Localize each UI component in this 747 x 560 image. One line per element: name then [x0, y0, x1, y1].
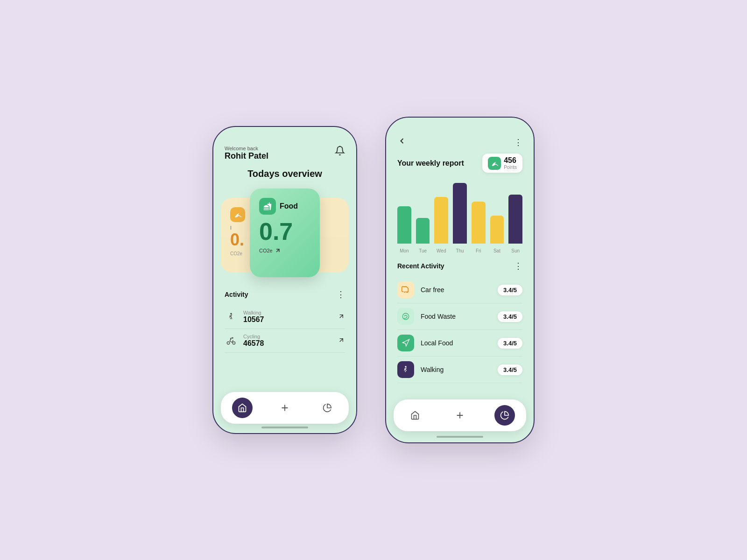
- back-button[interactable]: [397, 136, 407, 148]
- cycling-icon: [225, 334, 238, 347]
- bar-mon-bar: [397, 206, 411, 244]
- points-value: 456: [504, 156, 517, 165]
- activity-local-food[interactable]: Local Food 3.4/5: [397, 330, 522, 357]
- recent-title: Recent Activity: [397, 262, 444, 270]
- walking-arrow-icon: [338, 313, 345, 322]
- activity-food-waste[interactable]: Food Waste 3.4/5: [397, 303, 522, 330]
- points-info: 456 Points: [504, 156, 517, 170]
- bar-sat: [490, 216, 504, 244]
- cycling-info: Cycling 46578: [243, 334, 338, 348]
- overview-title: Todays overview: [213, 168, 356, 179]
- bar-fri: [472, 202, 486, 244]
- p2-add-button[interactable]: [450, 405, 470, 426]
- svg-line-7: [340, 338, 343, 342]
- bell-icon[interactable]: [335, 146, 345, 158]
- p1-home-button[interactable]: [232, 398, 253, 418]
- chart-labels: Mon Tue Wed Thu Fri Sat Sun: [397, 248, 522, 253]
- recent-header: Recent Activity ⋮: [397, 261, 522, 271]
- label-sat: Sat: [490, 248, 504, 253]
- svg-point-10: [402, 313, 409, 320]
- bar-mon: [397, 206, 411, 244]
- p1-add-button[interactable]: [275, 398, 295, 418]
- p2-chart-button[interactable]: [494, 405, 515, 426]
- bar-tue: [416, 218, 430, 244]
- p2-menu-icon[interactable]: ⋮: [514, 137, 522, 147]
- phone-1-content: Welcome back Rohit Patel Todays overview…: [213, 127, 356, 433]
- card-center[interactable]: Food 0.7 CO2e: [250, 189, 320, 277]
- food-waste-icon: [397, 308, 414, 325]
- p2-bottom-nav: [394, 399, 526, 431]
- car-free-name: Car free: [421, 286, 498, 294]
- activity-cycling[interactable]: Cycling 46578: [225, 329, 345, 353]
- points-badge: 456 Points: [482, 154, 522, 173]
- bar-tue-bar: [416, 218, 430, 244]
- activity-title: Activity: [225, 291, 248, 298]
- phone-1: Welcome back Rohit Patel Todays overview…: [212, 126, 357, 434]
- svg-line-1: [276, 249, 279, 252]
- card-center-unit: CO2e: [259, 247, 310, 254]
- activity-car-free[interactable]: Car free 3.4/5: [397, 277, 522, 303]
- local-food-score: 3.4/5: [498, 338, 522, 349]
- recent-menu-icon[interactable]: ⋮: [514, 261, 522, 271]
- points-icon-bg: [488, 157, 501, 170]
- welcome-text: Welcome back: [225, 146, 268, 151]
- local-food-icon: [397, 335, 414, 351]
- home-indicator-2: [437, 436, 483, 438]
- svg-line-3: [340, 315, 343, 318]
- report-title: Your weekly report: [397, 159, 464, 168]
- local-food-name: Local Food: [421, 339, 498, 347]
- p2-topbar: ⋮: [386, 118, 534, 154]
- bar-sun: [508, 195, 522, 244]
- walking-2-icon: [397, 361, 414, 378]
- card-center-label: Food: [280, 202, 298, 210]
- svg-point-5: [233, 342, 235, 344]
- phone-2: ⋮ Your weekly report 456 Points: [385, 117, 535, 443]
- cycling-arrow-icon: [338, 336, 345, 345]
- walking-label: Walking: [243, 310, 338, 315]
- walking-2-score: 3.4/5: [498, 364, 522, 375]
- food-waste-name: Food Waste: [421, 313, 498, 320]
- walking-info: Walking 10567: [243, 310, 338, 324]
- activity-header: Activity ⋮: [225, 289, 345, 300]
- food-icon-bg: [259, 198, 276, 215]
- car-free-score: 3.4/5: [498, 285, 522, 295]
- p1-bottom-nav: [221, 392, 349, 424]
- cycling-value: 46578: [243, 339, 338, 348]
- p1-chart-button[interactable]: [317, 398, 338, 418]
- chart-bars: [397, 180, 522, 245]
- bar-sun-bar: [508, 195, 522, 244]
- bar-fri-bar: [472, 202, 486, 244]
- home-indicator-1: [261, 427, 308, 428]
- cycling-label: Cycling: [243, 334, 338, 339]
- svg-point-6: [232, 337, 233, 338]
- report-header: Your weekly report 456 Points: [386, 154, 534, 173]
- food-waste-score: 3.4/5: [498, 311, 522, 322]
- activity-walking-2[interactable]: Walking 3.4/5: [397, 357, 522, 383]
- svg-point-4: [227, 342, 230, 344]
- car-free-icon: [397, 281, 414, 298]
- bar-wed: [434, 197, 448, 244]
- label-sun: Sun: [508, 248, 522, 253]
- p2-home-button[interactable]: [405, 405, 425, 426]
- activity-walking[interactable]: Walking 10567: [225, 305, 345, 329]
- phone-2-content: ⋮ Your weekly report 456 Points: [386, 118, 534, 442]
- recent-section: Recent Activity ⋮ Car free 3.4/5 Food Wa…: [386, 261, 534, 383]
- user-info: Welcome back Rohit Patel: [225, 146, 268, 161]
- activity-menu-icon[interactable]: ⋮: [337, 289, 345, 300]
- label-mon: Mon: [397, 248, 411, 253]
- card-center-header: Food: [259, 198, 310, 215]
- points-label: Points: [504, 165, 517, 170]
- svg-point-11: [405, 366, 406, 367]
- p1-header: Welcome back Rohit Patel: [213, 127, 356, 168]
- bar-sat-bar: [490, 216, 504, 244]
- activity-section: Activity ⋮ Walking 10567: [213, 282, 356, 353]
- walking-value: 10567: [243, 315, 338, 324]
- card-left-icon: [230, 207, 245, 222]
- cards-container: I 0. CO2e Food 0.7 CO2e: [221, 189, 349, 282]
- svg-point-2: [231, 313, 232, 315]
- bar-thu-bar: [453, 183, 467, 244]
- label-thu: Thu: [453, 248, 467, 253]
- bar-thu: [453, 183, 467, 244]
- label-tue: Tue: [416, 248, 430, 253]
- bar-wed-bar: [434, 197, 448, 244]
